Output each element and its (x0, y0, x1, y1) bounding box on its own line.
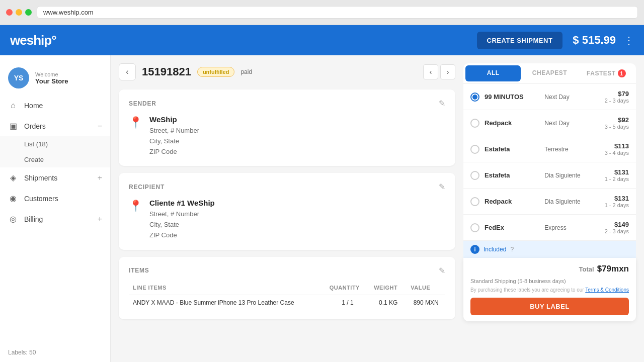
shipping-tab-fastest[interactable]: FASTEST1 (579, 65, 634, 81)
items-edit-icon[interactable]: ✎ (439, 266, 445, 276)
orders-icon: ▣ (8, 121, 18, 131)
info-icon: i (470, 245, 479, 254)
col-weight: WEIGHT (370, 283, 407, 295)
shipping-note: Standard Shipping (5-8 business days) (470, 278, 629, 284)
days-5: 2 - 3 days (605, 228, 629, 234)
price-3: $131 (605, 168, 629, 176)
sidebar-item-home[interactable]: ⌂ Home (0, 96, 110, 116)
shipping-option-5[interactable]: FedEx Express $149 2 - 3 days (463, 215, 636, 241)
sidebar-item-shipments[interactable]: ◈ Shipments + (0, 167, 110, 188)
sidebar: YS Welcome Your Store ⌂ Home ▣ Orders − … (0, 55, 111, 362)
radio-button-4[interactable] (470, 197, 479, 206)
sidebar-item-orders[interactable]: ▣ Orders − (0, 116, 110, 136)
sidebar-item-customers[interactable]: ◉ Customers (0, 188, 110, 209)
sender-address-info: WeShip Street, # Number City, State ZIP … (149, 115, 199, 157)
items-table: LINE ITEMS QUANTITY WEIGHT VALUE ANDY X … (129, 283, 445, 310)
shipping-tab-cheapest[interactable]: CHEAPEST (522, 65, 577, 81)
days-4: 1 - 2 days (605, 202, 629, 208)
terms-link[interactable]: Terms & Conditions (585, 287, 629, 293)
next-order-button[interactable]: › (440, 64, 455, 79)
orders-collapse-icon[interactable]: − (98, 122, 102, 131)
radio-button-2[interactable] (470, 145, 479, 154)
radio-button-5[interactable] (470, 223, 479, 232)
recipient-card: RECIPIENT ✎ 📍 Cliente #1 WeShip Street, … (119, 173, 455, 249)
shipments-icon: ◈ (8, 173, 18, 183)
create-shipment-button[interactable]: CREATE SHIPMENT (477, 32, 563, 49)
carrier-name-0: 99 MINUTOS (485, 93, 539, 101)
items-card: ITEMS ✎ LINE ITEMS QUANTITY WEIGHT VALUE (119, 257, 455, 319)
service-type-1: Next Day (544, 120, 599, 127)
price-info-4: $131 1 - 2 days (605, 195, 629, 208)
carrier-name-4: Redpack (485, 198, 539, 205)
table-row: ANDY X MAAD - Blue Summer iPhone 13 Pro … (129, 295, 445, 310)
billing-label: Billing (24, 215, 92, 223)
orders-subnav: List (18) Create (0, 136, 110, 167)
shipping-option-2[interactable]: Estafeta Terrestre $113 3 - 4 days (463, 136, 636, 162)
buy-label-button[interactable]: BUY LABEL (470, 298, 629, 315)
paid-badge: paid (240, 68, 252, 75)
days-2: 3 - 4 days (605, 150, 629, 156)
sender-name: WeShip (149, 115, 199, 124)
sender-address-lines: Street, # Number City, State ZIP Code (149, 126, 199, 157)
logo: weship° (10, 33, 56, 48)
included-question[interactable]: ? (510, 246, 514, 253)
recipient-name: Cliente #1 WeShip (149, 199, 215, 207)
customers-icon: ◉ (8, 194, 18, 203)
price-info-0: $79 2 - 3 days (605, 90, 629, 104)
price-1: $92 (605, 116, 629, 124)
price-0: $79 (605, 90, 629, 98)
sender-pin-icon: 📍 (129, 116, 142, 129)
sender-address-row: 📍 WeShip Street, # Number City, State ZI… (129, 115, 445, 157)
shipping-options-list: 99 MINUTOS Next Day $79 2 - 3 days Redpa… (463, 84, 636, 241)
recipient-edit-icon[interactable]: ✎ (439, 182, 445, 192)
recipient-title: RECIPIENT (129, 184, 165, 191)
shipping-option-0[interactable]: 99 MINUTOS Next Day $79 2 - 3 days (463, 84, 636, 110)
traffic-lights (6, 9, 32, 16)
sidebar-footer: Labels: 50 (0, 343, 110, 362)
checkout-panel: Total $79mxn Standard Shipping (5-8 busi… (463, 258, 636, 321)
shipping-tab-all[interactable]: ALL (465, 65, 521, 81)
items-card-header: ITEMS ✎ (129, 266, 445, 276)
item-weight: 0.1 KG (370, 295, 407, 310)
shipments-add-icon[interactable]: + (98, 173, 102, 183)
radio-button-0[interactable] (470, 93, 479, 102)
days-1: 3 - 5 days (605, 124, 629, 130)
avatar: YS (8, 67, 29, 88)
back-button[interactable]: ‹ (119, 63, 136, 80)
user-info: Welcome Your Store (35, 71, 68, 85)
carrier-name-1: Redpack (485, 119, 539, 127)
order-id: 15191821 (142, 65, 191, 78)
url-bar[interactable]: www.weship.com (37, 6, 638, 19)
shipping-option-4[interactable]: Redpack Dia Siguiente $131 1 - 2 days (463, 189, 636, 215)
recipient-address-row: 📍 Cliente #1 WeShip Street, # Number Cit… (129, 199, 445, 240)
shipping-option-3[interactable]: Estafeta Dia Siguiente $131 1 - 2 days (463, 162, 636, 189)
terms-note: By purchasing these labels you are agree… (470, 287, 629, 293)
prev-order-button[interactable]: ‹ (423, 64, 438, 79)
recipient-card-header: RECIPIENT ✎ (129, 182, 445, 192)
radio-button-1[interactable] (470, 119, 479, 128)
radio-button-3[interactable] (470, 171, 479, 180)
menu-icon[interactable]: ⋮ (624, 34, 634, 46)
recipient-address-lines: Street, # Number City, State ZIP Code (149, 209, 215, 240)
price-2: $113 (605, 142, 629, 150)
orders-list-item[interactable]: List (18) (0, 136, 110, 152)
right-column: ALLCHEAPESTFASTEST1 99 MINUTOS Next Day … (463, 63, 636, 354)
fullscreen-button[interactable] (25, 9, 32, 16)
total-row: Total $79mxn (470, 264, 629, 274)
shipping-tabs: ALLCHEAPESTFASTEST1 (463, 63, 636, 84)
sender-edit-icon[interactable]: ✎ (439, 99, 445, 108)
balance-display: $ 515.99 (573, 34, 616, 47)
shipping-option-1[interactable]: Redpack Next Day $92 3 - 5 days (463, 110, 636, 136)
item-value: 890 MXN (407, 295, 445, 310)
browser-chrome: www.weship.com (0, 0, 644, 25)
close-button[interactable] (6, 9, 13, 16)
sidebar-item-billing[interactable]: ◎ Billing + (0, 209, 110, 229)
order-header: ‹ 15191821 unfulfilled paid ‹ › (119, 63, 455, 80)
orders-create-item[interactable]: Create (0, 152, 110, 167)
user-section: YS Welcome Your Store (0, 60, 110, 96)
unfulfilled-badge: unfulfilled (197, 67, 235, 77)
minimize-button[interactable] (16, 9, 22, 16)
sender-card: SENDER ✎ 📍 WeShip Street, # Number City,… (119, 89, 455, 166)
price-5: $149 (605, 221, 629, 228)
billing-add-icon[interactable]: + (98, 215, 102, 224)
